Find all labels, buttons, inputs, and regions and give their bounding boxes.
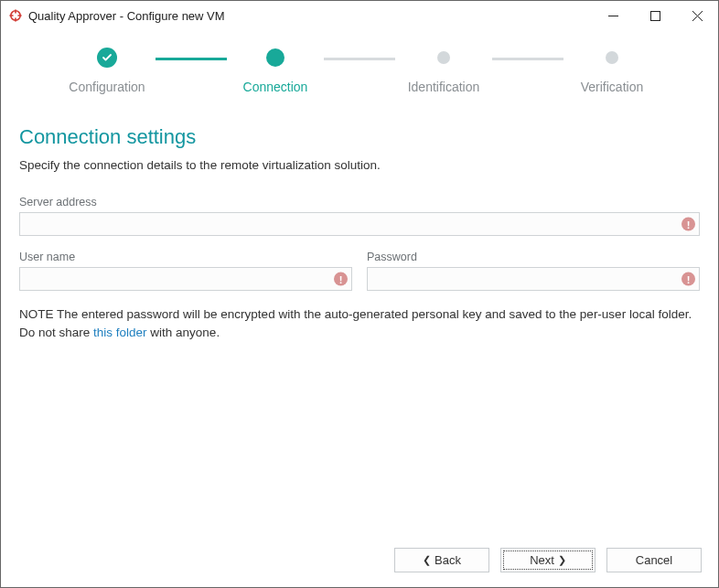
step-identification: Identification xyxy=(397,47,490,94)
step-configuration: Configuration xyxy=(60,47,154,94)
step-connector xyxy=(324,58,395,60)
password-label: Password xyxy=(367,251,700,263)
step-verification: Verification xyxy=(565,47,659,94)
user-name-input[interactable] xyxy=(19,267,352,291)
validation-error-icon xyxy=(334,273,348,286)
content-area: Connection settings Specify the connecti… xyxy=(1,103,718,548)
step-label: Connection xyxy=(243,80,308,94)
window-title: Quality Approver - Configure new VM xyxy=(28,9,592,23)
note-suffix: with anyone. xyxy=(147,326,220,339)
validation-error-icon xyxy=(681,218,695,231)
svg-rect-1 xyxy=(650,11,660,20)
validation-error-icon xyxy=(681,273,695,286)
chevron-right-icon: ❯ xyxy=(558,555,566,565)
wizard-stepper: Configuration Connection Identification … xyxy=(1,30,718,103)
step-label: Verification xyxy=(581,80,643,94)
password-note: NOTE The entered password will be encryp… xyxy=(19,305,700,341)
step-pending-icon xyxy=(606,51,618,64)
server-address-label: Server address xyxy=(19,196,700,208)
titlebar: Quality Approver - Configure new VM xyxy=(1,1,718,30)
step-pending-icon xyxy=(437,51,450,64)
user-name-label: User name xyxy=(19,251,352,263)
step-connector xyxy=(492,58,563,60)
app-icon xyxy=(8,8,23,23)
window-controls xyxy=(592,1,718,30)
back-button[interactable]: ❮ Back xyxy=(394,548,489,572)
step-connection: Connection xyxy=(229,47,322,94)
page-heading: Connection settings xyxy=(19,125,700,149)
password-input[interactable] xyxy=(367,267,700,291)
cancel-button-label: Cancel xyxy=(636,553,672,567)
maximize-button[interactable] xyxy=(634,1,676,30)
step-connector xyxy=(156,58,227,60)
minimize-button[interactable] xyxy=(592,1,634,30)
next-button-label: Next xyxy=(530,553,554,567)
page-subheading: Specify the connection details to the re… xyxy=(19,158,700,172)
next-button[interactable]: Next ❯ xyxy=(500,548,596,572)
step-done-icon xyxy=(97,48,117,68)
this-folder-link[interactable]: this folder xyxy=(93,326,147,339)
step-label: Identification xyxy=(408,80,480,94)
chevron-left-icon: ❮ xyxy=(423,555,431,565)
server-address-input[interactable] xyxy=(19,212,700,236)
cancel-button[interactable]: Cancel xyxy=(606,548,702,572)
step-label: Configuration xyxy=(69,80,145,94)
back-button-label: Back xyxy=(435,553,461,567)
step-current-icon xyxy=(266,48,284,67)
close-button[interactable] xyxy=(676,1,718,30)
wizard-footer: ❮ Back Next ❯ Cancel xyxy=(1,548,718,587)
